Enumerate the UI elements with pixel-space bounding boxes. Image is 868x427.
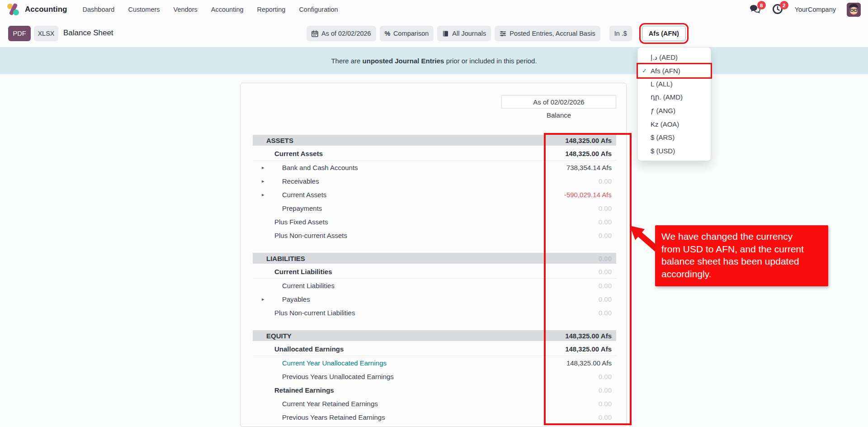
messages-badge: 8 bbox=[757, 1, 766, 9]
date-filter-button[interactable]: As of 02/02/2026 bbox=[307, 26, 376, 41]
page-title: Balance Sheet bbox=[63, 28, 113, 38]
unposted-entries-banner: There are unposted Journal Entries prior… bbox=[0, 47, 868, 74]
section-gap bbox=[253, 319, 616, 329]
pdf-button[interactable]: PDF bbox=[8, 26, 31, 41]
balance-sheet-table: ASSETS148,325.00 Afs Current Assets148,3… bbox=[253, 133, 616, 424]
in-dollar-filter-button[interactable]: In .$ bbox=[609, 26, 632, 41]
report-row-payables[interactable]: ▸Payables0.00 bbox=[253, 292, 616, 306]
report-row-non-current-assets[interactable]: Plus Non-current Assets0.00 bbox=[253, 228, 616, 242]
current-year-unallocated-earnings-link[interactable]: Current Year Unallocated Earnings bbox=[253, 359, 508, 367]
currency-option-amd[interactable]: դր. (AMD) bbox=[638, 91, 711, 104]
currency-dropdown: د.إ (AED) ✓Afs (AFN) L (ALL) դր. (AMD) ƒ… bbox=[637, 47, 711, 161]
menu-customers[interactable]: Customers bbox=[128, 6, 160, 13]
control-panel: PDF XLSX Balance Sheet As of 02/02/2026 … bbox=[0, 19, 868, 47]
report-row-cy-retained-earnings[interactable]: Current Year Retained Earnings0.00 bbox=[253, 397, 616, 410]
currency-option-all[interactable]: L (ALL) bbox=[638, 77, 711, 91]
percent-icon: % bbox=[385, 30, 390, 37]
expand-caret-icon[interactable]: ▸ bbox=[262, 296, 264, 302]
currency-option-aed[interactable]: د.إ (AED) bbox=[638, 51, 711, 64]
menu-reporting[interactable]: Reporting bbox=[257, 6, 286, 13]
menu-dashboard[interactable]: Dashboard bbox=[83, 6, 115, 13]
currency-filter-button[interactable]: Afs (AFN) bbox=[642, 26, 686, 41]
calendar-icon bbox=[311, 30, 318, 37]
journals-filter-button[interactable]: All Journals bbox=[437, 26, 491, 41]
in-dollar-filter-label: In .$ bbox=[614, 30, 627, 37]
report-row-equity[interactable]: EQUITY148,325.00 Afs bbox=[253, 330, 616, 341]
currency-option-aoa[interactable]: Kz (AOA) bbox=[638, 118, 711, 131]
expand-caret-icon[interactable]: ▸ bbox=[262, 192, 264, 198]
report-row-cy-unallocated-earnings[interactable]: Current Year Unallocated Earnings148,325… bbox=[253, 356, 616, 370]
date-filter-label: As of 02/02/2026 bbox=[321, 30, 371, 37]
activities-icon[interactable]: 2 bbox=[772, 4, 784, 15]
report-row-current-liabilities[interactable]: Current Liabilities0.00 bbox=[253, 265, 616, 279]
balance-sheet-card: As of 02/02/2026 Balance ASSETS148,325.0… bbox=[240, 83, 627, 427]
currency-option-ang[interactable]: ƒ (ANG) bbox=[638, 104, 711, 118]
currency-option-ars[interactable]: $ (ARS) bbox=[638, 131, 711, 144]
filter-bar: As of 02/02/2026 % Comparison All Journa… bbox=[307, 26, 686, 41]
journals-filter-label: All Journals bbox=[452, 30, 486, 37]
report-row-current-liabilities-detail[interactable]: Current Liabilities0.00 bbox=[253, 279, 616, 292]
activities-badge: 2 bbox=[780, 1, 788, 9]
report-row-liabilities[interactable]: LIABILITIES0.00 bbox=[253, 253, 616, 264]
report-row-prepayments[interactable]: Prepayments0.00 bbox=[253, 201, 616, 215]
balance-column-label: Balance bbox=[501, 111, 616, 119]
report-row-current-assets-detail[interactable]: ▸Current Assets-590,029.14 Afs bbox=[253, 188, 616, 201]
menu-configuration[interactable]: Configuration bbox=[299, 6, 338, 13]
options-filter-label: Posted Entries, Accrual Basis bbox=[509, 30, 595, 37]
systray: 8 2 YourCompany bbox=[750, 3, 861, 17]
odoo-accounting-logo-icon bbox=[7, 3, 19, 16]
report-row-fixed-assets[interactable]: Plus Fixed Assets0.00 bbox=[253, 215, 616, 228]
user-avatar[interactable] bbox=[847, 3, 861, 17]
annotation-currency-callout: We have changed the currency from USD to… bbox=[655, 225, 828, 286]
banner-text: There are unposted Journal Entries prior… bbox=[331, 57, 537, 65]
report-row-retained-earnings[interactable]: Retained Earnings0.00 bbox=[253, 383, 616, 397]
report-row-py-unallocated-earnings[interactable]: Previous Years Unallocated Earnings0.00 bbox=[253, 370, 616, 383]
report-row-current-assets[interactable]: Current Assets148,325.00 Afs bbox=[253, 147, 616, 161]
options-filter-button[interactable]: Posted Entries, Accrual Basis bbox=[495, 26, 600, 41]
currency-option-usd[interactable]: $ (USD) bbox=[638, 144, 711, 158]
app-name: Accounting bbox=[25, 5, 67, 14]
main-menu: Dashboard Customers Vendors Accounting R… bbox=[83, 6, 338, 13]
expand-caret-icon[interactable]: ▸ bbox=[262, 165, 264, 171]
screen: Accounting Dashboard Customers Vendors A… bbox=[0, 0, 868, 427]
report-row-bank-cash[interactable]: ▸Bank and Cash Accounts738,354.14 Afs bbox=[253, 161, 616, 174]
expand-caret-icon[interactable]: ▸ bbox=[262, 178, 264, 184]
xlsx-button[interactable]: XLSX bbox=[34, 26, 58, 41]
report-row-unallocated-earnings[interactable]: Unallocated Earnings148,325.00 Afs bbox=[253, 342, 616, 356]
section-gap bbox=[253, 242, 616, 251]
column-date-header[interactable]: As of 02/02/2026 bbox=[501, 95, 616, 109]
top-navbar: Accounting Dashboard Customers Vendors A… bbox=[0, 0, 868, 19]
menu-vendors[interactable]: Vendors bbox=[174, 6, 198, 13]
report-row-receivables[interactable]: ▸Receivables0.00 bbox=[253, 174, 616, 188]
sliders-icon bbox=[500, 30, 506, 37]
comparison-filter-label: Comparison bbox=[393, 30, 429, 37]
menu-accounting[interactable]: Accounting bbox=[211, 6, 244, 13]
comparison-filter-button[interactable]: % Comparison bbox=[380, 26, 434, 41]
messages-icon[interactable]: 8 bbox=[750, 4, 761, 15]
report-row-non-current-liabilities[interactable]: Plus Non-current Liabilities0.00 bbox=[253, 306, 616, 319]
check-icon: ✓ bbox=[642, 67, 647, 74]
report-row-py-retained-earnings[interactable]: Previous Years Retained Earnings0.00 bbox=[253, 410, 616, 424]
report-row-assets[interactable]: ASSETS148,325.00 Afs bbox=[253, 135, 616, 146]
currency-option-afn[interactable]: ✓Afs (AFN) bbox=[638, 64, 711, 78]
company-name[interactable]: YourCompany bbox=[795, 6, 836, 13]
journal-book-icon bbox=[442, 30, 449, 37]
